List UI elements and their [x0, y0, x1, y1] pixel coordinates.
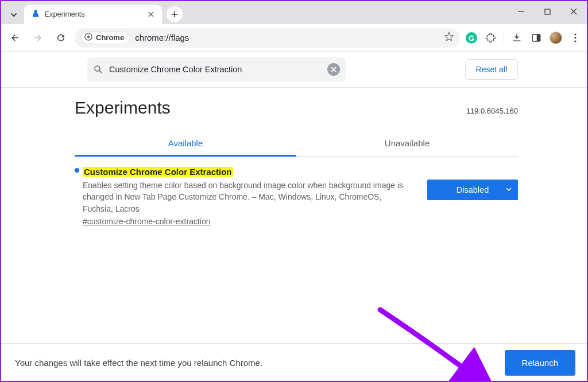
profile-avatar[interactable] — [549, 31, 563, 45]
relaunch-bar: Your changes will take effect the next t… — [1, 343, 587, 381]
flags-content: Experiments 119.0.6045.160 Available Una… — [1, 88, 587, 226]
flag-id-link[interactable]: #customize-chrome-color-extraction — [83, 217, 413, 226]
search-icon — [93, 64, 103, 75]
tab-search-button[interactable] — [6, 6, 22, 24]
tab-unavailable[interactable]: Unavailable — [296, 130, 518, 156]
kebab-menu-icon[interactable] — [568, 31, 582, 45]
site-chip[interactable]: Chrome — [80, 31, 130, 44]
flag-state-select[interactable]: Disabled — [427, 180, 518, 200]
clear-search-button[interactable] — [327, 63, 340, 76]
svg-point-13 — [574, 37, 576, 38]
url-input[interactable] — [135, 33, 439, 42]
tab-title: Experiments — [45, 10, 140, 18]
side-panel-icon[interactable] — [529, 31, 543, 45]
chrome-version: 119.0.6045.160 — [466, 107, 518, 115]
download-icon[interactable] — [510, 31, 524, 45]
flags-tabs: Available Unavailable — [75, 130, 518, 157]
svg-point-12 — [574, 33, 576, 35]
flags-search[interactable] — [87, 57, 346, 81]
forward-button[interactable] — [29, 29, 47, 47]
browser-toolbar: Chrome — [1, 24, 587, 52]
window-controls — [508, 1, 587, 22]
window-close-button[interactable] — [560, 1, 587, 22]
grammarly-icon[interactable] — [465, 31, 478, 45]
window-maximize-button[interactable] — [534, 1, 560, 22]
chevron-down-icon — [505, 185, 512, 194]
back-button[interactable] — [6, 29, 24, 47]
svg-point-15 — [95, 66, 100, 71]
tab-available[interactable]: Available — [75, 130, 296, 156]
tab-close-button[interactable] — [146, 9, 156, 20]
reload-button[interactable] — [52, 29, 70, 47]
flags-top-bar: Reset all — [1, 52, 587, 88]
bookmark-star-icon[interactable] — [444, 32, 454, 44]
new-tab-button[interactable] — [167, 6, 183, 22]
site-chip-label: Chrome — [96, 33, 124, 42]
modified-dot-icon — [75, 168, 79, 173]
flag-state-value: Disabled — [457, 185, 489, 194]
flag-row: Customize Chrome Color Extraction Enable… — [75, 157, 518, 226]
flag-description: Enables setting theme color based on bac… — [83, 180, 413, 215]
tab-strip: Experiments — [1, 1, 587, 24]
flags-page: Reset all Experiments 119.0.6045.160 Ava… — [1, 52, 587, 381]
svg-rect-1 — [545, 9, 550, 14]
relaunch-message: Your changes will take effect the next t… — [15, 358, 262, 368]
extension-icons — [465, 31, 582, 45]
browser-tab[interactable]: Experiments — [24, 5, 162, 24]
flags-search-input[interactable] — [109, 65, 322, 74]
svg-rect-11 — [537, 34, 540, 41]
separator — [504, 32, 504, 44]
page-title: Experiments — [75, 98, 171, 118]
flask-icon — [31, 9, 40, 20]
omnibox[interactable]: Chrome — [75, 28, 460, 48]
svg-point-9 — [87, 36, 90, 38]
flag-title: Customize Chrome Color Extraction — [83, 167, 233, 177]
window-minimize-button[interactable] — [508, 1, 534, 22]
reset-all-button[interactable]: Reset all — [465, 59, 518, 80]
extensions-icon[interactable] — [484, 31, 498, 45]
svg-point-14 — [574, 40, 576, 42]
relaunch-button[interactable]: Relaunch — [505, 350, 575, 376]
svg-line-16 — [99, 71, 102, 73]
chrome-icon — [84, 33, 92, 42]
